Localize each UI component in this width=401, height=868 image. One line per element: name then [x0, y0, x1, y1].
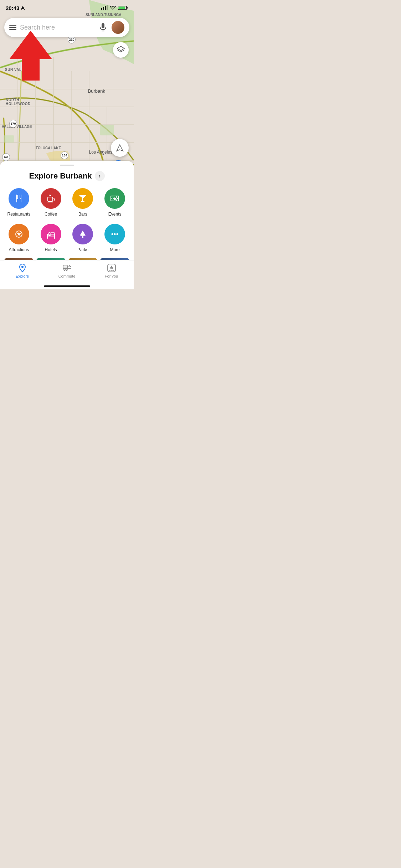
events-icon-bg: [104, 188, 125, 209]
for-you-nav-label: For you: [105, 274, 118, 278]
svg-rect-1: [101, 8, 102, 10]
bars-icon-bg: [72, 188, 93, 209]
search-bar[interactable]: Search here: [4, 18, 129, 37]
svg-rect-45: [51, 233, 55, 234]
commute-nav-icon: [62, 263, 72, 273]
svg-marker-41: [17, 232, 21, 236]
restaurants-icon-bg: [9, 188, 29, 209]
svg-rect-20: [100, 125, 114, 135]
bars-label: Bars: [78, 212, 87, 217]
navigation-icon: [116, 144, 124, 152]
more-dots-icon: [110, 229, 120, 239]
more-label: More: [110, 247, 119, 252]
ticket-icon: [110, 193, 120, 203]
svg-rect-6: [127, 7, 128, 9]
svg-point-61: [66, 269, 67, 270]
parks-icon-bg: [72, 224, 93, 244]
svg-rect-56: [63, 267, 67, 269]
svg-rect-3: [105, 6, 106, 10]
chevron-right-icon: ›: [99, 173, 101, 179]
star-circle-icon: [107, 263, 116, 273]
bottom-nav: Explore Commute For you: [0, 260, 134, 289]
coffee-cup-icon: [46, 193, 56, 203]
home-indicator: [44, 285, 90, 287]
attractions-icon-bg: [9, 224, 29, 244]
category-parks[interactable]: Parks: [67, 221, 99, 257]
search-input[interactable]: Search here: [20, 24, 94, 31]
hotels-icon-bg: [41, 224, 61, 244]
microphone-icon: [99, 23, 107, 32]
explore-title: Explore Burbank: [29, 171, 92, 181]
commute-icon: [62, 264, 72, 272]
category-attractions[interactable]: Attractions: [3, 221, 35, 257]
status-bar: 20:43: [0, 0, 134, 16]
nav-explore[interactable]: Explore: [8, 263, 37, 278]
category-events[interactable]: Events: [99, 185, 131, 221]
explore-nav-icon: [18, 263, 27, 273]
explore-chevron-button[interactable]: ›: [95, 171, 105, 181]
category-hotels[interactable]: Hotels: [35, 221, 67, 257]
category-coffee[interactable]: Coffee: [35, 185, 67, 221]
status-icons: [101, 5, 128, 10]
cocktail-icon: [78, 193, 88, 203]
svg-rect-21: [4, 135, 14, 143]
coffee-label: Coffee: [45, 212, 57, 217]
category-more[interactable]: More: [99, 221, 131, 257]
more-icon-bg: [104, 224, 125, 244]
events-label: Events: [108, 212, 122, 217]
svg-point-60: [64, 269, 65, 270]
svg-point-51: [112, 233, 113, 235]
svg-point-52: [114, 233, 116, 235]
commute-nav-label: Commute: [58, 274, 76, 278]
attraction-icon: [14, 229, 24, 239]
user-avatar[interactable]: [112, 21, 124, 34]
tree-icon: [78, 229, 88, 239]
svg-marker-27: [117, 145, 123, 151]
signal-icon: [101, 5, 108, 10]
fork-knife-icon: [14, 193, 24, 203]
layers-button[interactable]: [113, 42, 129, 58]
nav-commute[interactable]: Commute: [53, 263, 81, 278]
attractions-label: Attractions: [9, 247, 29, 252]
highway-170-badge: 170: [9, 120, 17, 128]
svg-rect-50: [82, 236, 83, 238]
restaurants-label: Restaurants: [7, 212, 31, 217]
explore-nav-label: Explore: [16, 274, 29, 278]
battery-icon: [118, 5, 128, 10]
svg-rect-4: [107, 5, 108, 10]
svg-rect-2: [103, 7, 104, 10]
svg-point-53: [117, 233, 118, 235]
hotels-label: Hotels: [45, 247, 57, 252]
svg-marker-63: [109, 265, 114, 269]
status-time: 20:43: [6, 5, 25, 11]
svg-marker-0: [21, 6, 25, 10]
time-display: 20:43: [6, 5, 19, 11]
svg-rect-7: [119, 7, 125, 9]
svg-rect-22: [102, 23, 104, 28]
svg-marker-39: [113, 197, 117, 201]
parks-label: Parks: [77, 247, 88, 252]
hotel-icon: [46, 229, 56, 239]
location-pin-icon: [18, 263, 27, 273]
highway-134-badge: 134: [61, 151, 68, 159]
categories-grid: Restaurants Coffee: [0, 185, 134, 257]
highway-101-badge: 101: [2, 153, 10, 161]
for-you-nav-icon: [107, 263, 116, 273]
location-arrow-icon: [21, 6, 25, 10]
svg-point-54: [21, 266, 24, 268]
microphone-button[interactable]: [98, 22, 108, 32]
my-location-button[interactable]: [111, 139, 129, 157]
svg-marker-26: [117, 46, 124, 51]
svg-rect-30: [48, 197, 53, 201]
layers-icon: [117, 46, 125, 54]
explore-header: Explore Burbank ›: [0, 166, 134, 185]
hamburger-menu-button[interactable]: [9, 25, 16, 30]
coffee-icon-bg: [41, 188, 61, 209]
category-restaurants[interactable]: Restaurants: [3, 185, 35, 221]
wifi-icon: [110, 6, 116, 10]
category-bars[interactable]: Bars: [67, 185, 99, 221]
nav-for-you[interactable]: For you: [97, 263, 126, 278]
